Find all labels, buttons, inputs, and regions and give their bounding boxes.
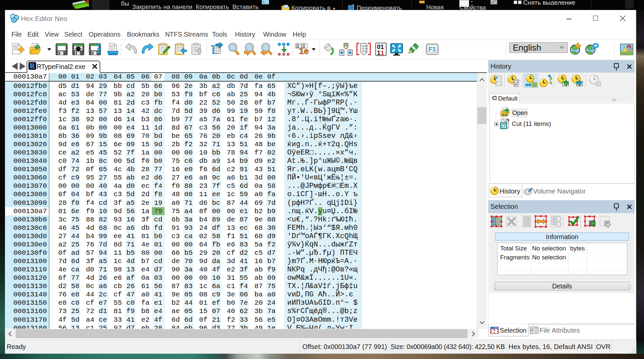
svg-text:R: R: [30, 62, 35, 70]
svg-text:1: 1: [381, 49, 384, 56]
svg-text:F1: F1: [429, 46, 436, 53]
svg-text:4FFC: 4FFC: [362, 50, 368, 53]
svg-text:4FFC: 4FFC: [13, 49, 19, 51]
svg-text:4FFC: 4FFC: [215, 51, 221, 53]
svg-text:\\...: \\...: [262, 1, 267, 4]
svg-text:1e: 1e: [299, 46, 309, 56]
svg-text:1: 1: [377, 49, 381, 56]
svg-text:DC2F: DC2F: [491, 331, 496, 334]
